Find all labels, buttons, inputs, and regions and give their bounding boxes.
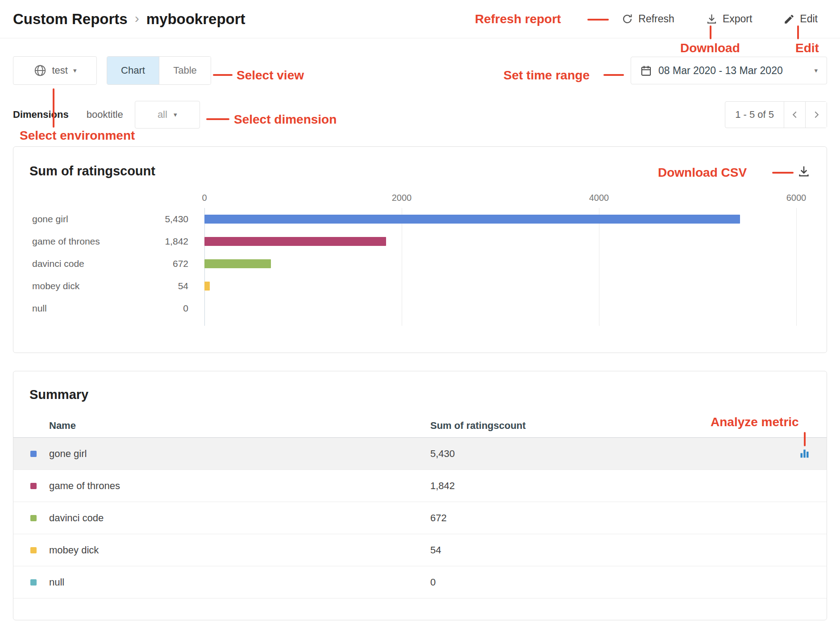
bar-chart: 0200040006000 gone girl5,430game of thro…: [29, 192, 811, 326]
chart-row: null0: [29, 297, 811, 320]
row-name: gone girl: [49, 448, 430, 460]
row-name: game of thrones: [49, 480, 430, 492]
chart-category-label: davinci code: [32, 258, 84, 269]
chart-title: Sum of ratingscount: [29, 164, 155, 179]
bar-track: [204, 237, 796, 246]
dimensions-label: Dimensions: [13, 109, 69, 120]
chart-category-label: null: [32, 303, 47, 314]
edit-button[interactable]: Edit: [783, 13, 818, 25]
chart-value-label: 1,842: [132, 236, 188, 247]
row-name: null: [49, 577, 430, 588]
edit-label: Edit: [800, 13, 818, 25]
table-row: game of thrones1,842: [13, 470, 827, 502]
date-range-value: 08 Mar 2020 - 13 Mar 2020: [658, 65, 783, 77]
row-value: 5,430: [430, 448, 798, 460]
next-page-button[interactable]: [805, 102, 827, 128]
chart-value-label: 0: [132, 303, 188, 314]
dimension-name: booktitle: [87, 109, 123, 120]
dimension-value-dropdown[interactable]: all ▾: [135, 101, 200, 129]
chart-row: gone girl5,430: [29, 208, 811, 230]
environment-dropdown[interactable]: test ▾: [13, 56, 97, 85]
chart-value-label: 5,430: [132, 214, 188, 224]
chevron-down-icon: ▾: [174, 111, 177, 119]
table-row: gone girl5,430: [13, 438, 827, 470]
chart-value-label: 54: [132, 281, 188, 291]
row-value: 1,842: [430, 480, 827, 492]
chart-value-label: 672: [132, 258, 188, 269]
refresh-button[interactable]: Refresh: [621, 13, 674, 25]
pagination: 1 - 5 of 5: [725, 101, 827, 128]
annotation-line-select-dimension: [206, 118, 229, 120]
summary-card: Summary Name Sum of ratingscount gone gi…: [13, 371, 827, 620]
column-header-name: Name: [49, 420, 430, 432]
page-title: mybookreport: [146, 11, 245, 28]
header-actions: Refresh Export Edit: [621, 13, 818, 25]
date-range-picker[interactable]: 08 Mar 2020 - 13 Mar 2020 ▾: [631, 57, 827, 84]
series-color-swatch: [30, 579, 37, 586]
breadcrumb-root-link[interactable]: Custom Reports: [13, 11, 128, 28]
x-axis-tick: 4000: [589, 193, 609, 203]
bar-track: [204, 304, 796, 313]
annotation-set-time-range: Set time range: [503, 68, 590, 83]
chevron-left-icon: [789, 109, 801, 120]
view-toggle: Chart Table: [107, 56, 211, 85]
annotation-download: Download: [680, 41, 740, 55]
chart-bar: [204, 259, 271, 268]
annotation-edit: Edit: [795, 41, 819, 55]
table-row: davinci code672: [13, 502, 827, 534]
x-axis-tick: 6000: [786, 193, 807, 203]
row-name: mobey dick: [49, 544, 430, 556]
pagination-range-text: 1 - 5 of 5: [725, 109, 784, 120]
export-button[interactable]: Export: [706, 13, 752, 25]
chart-row: mobey dick54: [29, 275, 811, 297]
bar-chart-icon: [798, 448, 811, 460]
chart-category-label: game of thrones: [32, 236, 100, 247]
series-color-swatch: [30, 451, 37, 457]
tab-chart[interactable]: Chart: [107, 57, 159, 84]
toolbar: test ▾ Chart Table 08 Mar 2020 - 13 Mar …: [13, 56, 827, 85]
environment-selected-value: test: [52, 65, 68, 76]
table-row: mobey dick54: [13, 534, 827, 566]
calendar-icon: [640, 65, 652, 77]
row-value: 672: [430, 512, 827, 524]
x-axis-tick: 0: [202, 193, 207, 203]
table-header-row: Name Sum of ratingscount: [13, 414, 827, 438]
series-color-swatch: [30, 547, 37, 553]
prev-page-button[interactable]: [784, 102, 805, 128]
download-icon: [706, 13, 718, 25]
chevron-down-icon: ▾: [814, 66, 818, 75]
chart-bar: [204, 215, 740, 224]
download-csv-button[interactable]: [797, 165, 811, 178]
chart-category-label: mobey dick: [32, 281, 79, 291]
table-body: gone girl5,430game of thrones1,842davinc…: [13, 438, 827, 598]
annotation-line-download-csv: [772, 172, 794, 174]
summary-table: Name Sum of ratingscount gone girl5,430g…: [13, 414, 827, 598]
annotation-select-view: Select view: [237, 68, 304, 83]
annotation-download-csv: Download CSV: [658, 166, 747, 180]
header: Custom Reports › mybookreport Refresh Ex…: [0, 0, 840, 38]
series-color-swatch: [30, 483, 37, 489]
chevron-down-icon: ▾: [73, 66, 77, 75]
x-axis-tick: 2000: [392, 193, 412, 203]
chart-rows: gone girl5,430game of thrones1,842davinc…: [29, 208, 811, 320]
chart-bar: [204, 282, 210, 291]
annotation-line-download: [710, 25, 711, 39]
download-icon: [797, 165, 811, 178]
refresh-icon: [621, 13, 633, 25]
annotation-analyze-metric: Analyze metric: [711, 415, 799, 429]
annotation-line-select-environment: [53, 88, 54, 128]
chart-row: game of thrones1,842: [29, 230, 811, 253]
table-row: null0: [13, 566, 827, 598]
series-color-swatch: [30, 515, 37, 521]
dimension-selected-value: all: [158, 109, 167, 120]
annotation-line-set-time-range: [603, 74, 624, 76]
tab-table[interactable]: Table: [159, 57, 211, 84]
annotation-select-dimension: Select dimension: [234, 112, 337, 127]
chart-bar: [204, 237, 386, 246]
row-name: davinci code: [49, 512, 430, 524]
annotation-select-environment: Select environment: [20, 129, 135, 143]
globe-icon: [33, 64, 47, 77]
analyze-metric-button[interactable]: [798, 448, 811, 460]
x-axis: 0200040006000: [204, 192, 796, 208]
dimensions-row: Dimensions booktitle all ▾ 1 - 5 of 5: [13, 101, 827, 129]
